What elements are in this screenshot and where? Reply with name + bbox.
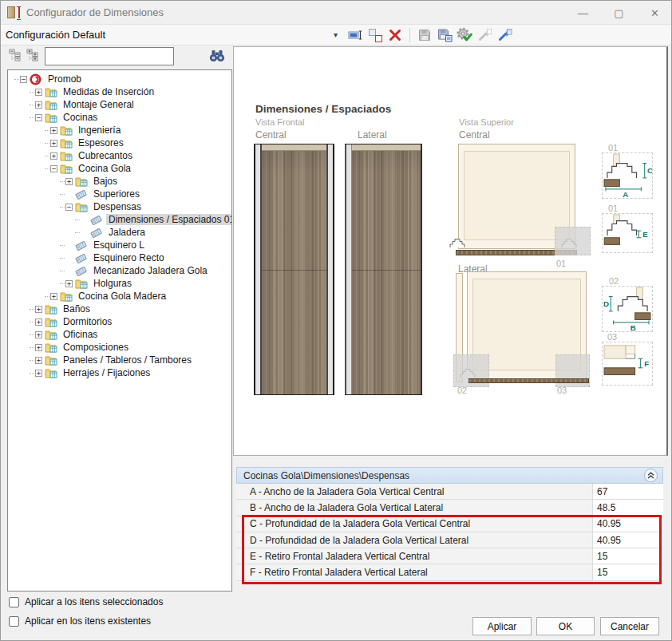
maximize-button[interactable]: ▢ [601,1,637,25]
expand-node-icon[interactable]: + [65,178,73,185]
tree-item-cocinas[interactable]: −Cocinas [8,111,231,124]
tree-item-bajos[interactable]: +Bajos [8,175,231,188]
dimension-row-d[interactable]: D - Profundidad de la Jaladera Gola Vert… [236,532,663,548]
tree-item-label: Cubrecantos [76,150,135,161]
duplicate-config-button[interactable] [367,27,383,43]
expand-node-icon[interactable]: + [65,280,73,287]
panel-collapse-button[interactable] [644,469,658,482]
expand-node-icon[interactable]: + [35,344,42,351]
dimension-value[interactable]: 15 [592,548,663,564]
dimension-row-a[interactable]: A - Ancho de la Jaladera Gola Vertical C… [236,484,663,500]
tree-item-paneles-tableros-tambores[interactable]: +Paneles / Tableros / Tambores [8,354,231,366]
save-config-button[interactable] [417,27,433,43]
expand-node-icon[interactable]: + [35,319,42,326]
apply-selected-checkbox[interactable] [9,597,19,607]
apply-config-button[interactable] [457,27,472,43]
tree-connector [45,156,49,156]
detail-diagram-f: F [602,342,653,386]
dimension-value[interactable]: 40.95 [592,532,663,548]
collapse-node-icon[interactable]: − [50,165,57,172]
tree-item-label: Superiores [91,188,142,200]
expand-node-icon[interactable]: + [50,140,57,147]
dimension-row-f[interactable]: F - Retiro Frontal Jaladera Vertical Lat… [236,564,663,580]
chevron-down-icon[interactable]: ▾ [334,30,338,39]
tree-item-jaladera[interactable]: Jaladera [8,226,231,239]
expand-all-button[interactable] [26,49,41,63]
load-config-button[interactable] [496,27,512,43]
tree-item-cubrecantos[interactable]: +Cubrecantos [8,149,231,162]
expand-node-icon[interactable]: + [50,127,57,134]
expand-node-icon[interactable]: + [50,293,57,300]
expand-node-icon[interactable]: + [50,152,57,160]
tree-item-espesores[interactable]: +Espesores [8,137,231,149]
binoculars-icon[interactable] [208,49,226,63]
tree-item-oficinas[interactable]: +Oficinas [8,328,231,341]
dimension-row-b[interactable]: B - Ancho de la Jaladera Gola Vertical L… [236,500,663,516]
tree-item-label: Mecanizado Jaladera Gola [91,265,210,276]
preview-panel: Dimensiones / Espaciados Vista Frontal C… [233,46,668,456]
tree-item-esquinero-l[interactable]: Esquinero L [8,239,231,251]
folder-icon [45,86,57,97]
tree-connector [30,105,34,105]
tree-item-holguras[interactable]: +Holguras [8,277,231,290]
tree-item-herrajes-fijaciones[interactable]: +Herrajes / Fijaciones [8,366,231,379]
folder-icon [45,303,57,315]
tree-item-superiores[interactable]: Superiores [8,188,231,200]
tree-item-label: Promob [45,73,84,85]
export-config-button[interactable] [437,27,453,43]
collapse-all-button[interactable] [9,49,23,63]
delete-config-button[interactable] [387,27,403,43]
dimension-row-c[interactable]: C - Profundidad de la Jaladera Gola Vert… [236,516,663,532]
dimension-value[interactable]: 67 [592,484,663,499]
config-selector[interactable]: Configuración Default ▾ [1,25,342,46]
search-input[interactable] [45,47,174,65]
apply-existing-checkbox[interactable] [9,616,19,627]
cancel-button[interactable]: Cancelar [600,617,659,635]
expand-node-icon[interactable]: + [35,357,42,364]
tree-item-medidas-de-inserci-n[interactable]: +Medidas de Inserción [8,85,231,98]
collapse-node-icon[interactable]: − [20,76,27,83]
tree-item-dimensiones-espaciados-01[interactable]: Dimensiones / Espaciados 01 [8,213,231,226]
svg-text:B: B [630,323,636,331]
tree-item-label: Composiciones [61,342,131,353]
apply-selected-option[interactable]: Aplicar a los itens seleccionados [9,596,163,607]
dimension-value[interactable]: 15 [592,564,663,580]
tree-item-promob[interactable]: −Promob [8,73,231,85]
send-config-button[interactable] [476,27,492,43]
tree-item-composiciones[interactable]: +Composiciones [8,341,231,354]
folder-icon [45,112,57,123]
rename-config-button[interactable] [347,27,363,43]
tree-item-label: Montaje General [61,99,136,110]
apply-existing-option[interactable]: Aplicar en los itens existentes [9,615,151,627]
marker-03: 03 [557,386,567,395]
tree-item-mecanizado-jaladera-gola[interactable]: Mecanizado Jaladera Gola [8,264,231,277]
dimension-label: D - Profundidad de la Jaladera Gola Vert… [236,532,592,548]
collapse-node-icon[interactable]: − [65,204,73,211]
expand-node-icon[interactable]: + [35,89,42,96]
dimension-value[interactable]: 48.5 [592,500,663,515]
config-selector-value: Configuración Default [6,29,105,41]
tree-item-esquinero-recto[interactable]: Esquinero Recto [8,251,231,264]
tree-item-despensas[interactable]: −Despensas [8,200,231,213]
tree-item-ingenier-a[interactable]: +Ingeniería [8,124,231,137]
tree-item-cocina-gola[interactable]: −Cocina Gola [8,162,231,175]
expand-node-icon[interactable]: + [35,101,42,109]
tree-item-ba-os[interactable]: +Baños [8,303,231,315]
tree-item-dormitorios[interactable]: +Dormitorios [8,315,231,328]
tree-item-montaje-general[interactable]: +Montaje General [8,98,231,111]
tree-connector [30,322,34,322]
apply-button[interactable]: Aplicar [472,617,532,635]
close-button[interactable]: ✕ [637,1,672,25]
dimension-value[interactable]: 40.95 [592,516,663,532]
ok-button[interactable]: OK [536,617,595,635]
expand-node-icon[interactable]: + [35,331,42,338]
collapse-node-icon[interactable]: − [35,114,42,121]
expand-node-icon[interactable]: + [35,370,42,377]
tree-connector [75,220,80,220]
expand-node-icon[interactable]: + [35,306,42,313]
dimension-row-e[interactable]: E - Retiro Frontal Jaladera Vertical Cen… [236,548,663,564]
tag-icon [90,214,103,225]
tree-item-cocina-gola-madera[interactable]: +Cocina Gola Madera [8,290,231,303]
window-title: Configurador de Dimensiones [26,6,164,18]
minimize-button[interactable]: — [565,1,601,25]
